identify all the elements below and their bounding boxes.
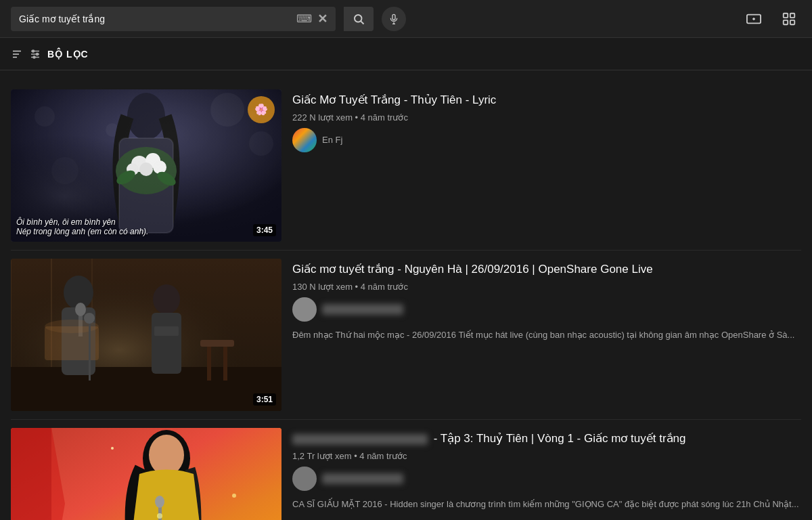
duration-badge-2: 3:51 bbox=[253, 393, 276, 406]
svg-point-24 bbox=[35, 106, 55, 127]
top-bar: Giấc mơ tuyết trắng ⌨ ✕ bbox=[0, 0, 812, 38]
svg-rect-63 bbox=[223, 347, 227, 381]
video-info-1: Giấc Mơ Tuyết Trắng - Thủy Tiên - Lyric … bbox=[292, 89, 801, 152]
svg-rect-65 bbox=[11, 428, 51, 520]
video-meta-2: 130 N lượt xem • 4 năm trước bbox=[292, 282, 801, 292]
filter-label[interactable]: BỘ LỌC bbox=[47, 49, 89, 60]
duration-badge-1: 3:45 bbox=[253, 224, 276, 236]
svg-rect-10 bbox=[784, 20, 788, 24]
svg-point-53 bbox=[75, 303, 86, 316]
svg-point-26 bbox=[106, 123, 119, 137]
svg-point-37 bbox=[153, 160, 166, 174]
svg-point-0 bbox=[355, 15, 362, 22]
channel-name-1[interactable]: En Fj bbox=[322, 135, 342, 145]
svg-point-70 bbox=[111, 447, 114, 450]
svg-point-34 bbox=[145, 153, 160, 168]
thumbnail-image-2 bbox=[11, 259, 281, 411]
svg-rect-62 bbox=[207, 347, 211, 381]
svg-point-40 bbox=[246, 95, 276, 125]
svg-point-32 bbox=[116, 147, 177, 194]
thumbnail-2[interactable]: 3:51 bbox=[11, 259, 281, 411]
mic-button[interactable] bbox=[382, 7, 406, 31]
channel-avatar-3[interactable] bbox=[292, 467, 317, 491]
add-video-icon bbox=[746, 12, 761, 26]
svg-point-17 bbox=[32, 50, 35, 52]
video-desc-3: CA SĨ GIẤU MẶT 2016 - Hidden singer là c… bbox=[292, 498, 801, 511]
search-box: Giấc mơ tuyết trắng ⌨ ✕ bbox=[11, 7, 336, 31]
svg-point-36 bbox=[127, 163, 139, 175]
svg-rect-9 bbox=[790, 13, 794, 17]
channel-name-blurred-2 bbox=[322, 304, 403, 315]
results-area: 🌸 Ôi bình yên, ôi em bình yên Nép trong … bbox=[0, 70, 812, 520]
mic-icon bbox=[388, 14, 399, 24]
svg-point-28 bbox=[51, 157, 78, 184]
search-icon bbox=[353, 13, 365, 25]
svg-rect-8 bbox=[784, 13, 788, 17]
svg-point-39 bbox=[155, 169, 178, 189]
video-desc-2: Đêm nhạc Thứ hai mộc mạc - 26/09/2016 Ti… bbox=[292, 328, 801, 342]
svg-rect-11 bbox=[790, 20, 794, 24]
svg-point-35 bbox=[139, 162, 153, 176]
video-info-3: - Tập 3: Thuỷ Tiên | Vòng 1 - Giấc mơ tu… bbox=[292, 428, 801, 511]
svg-rect-59 bbox=[89, 320, 91, 381]
svg-point-25 bbox=[210, 93, 244, 127]
channel-row-3 bbox=[292, 467, 801, 491]
video-meta-3: 1,2 Tr lượt xem • 4 năm trước bbox=[292, 451, 801, 461]
result-item-2: 3:51 Giấc mơ tuyết trắng - Nguyên Hà | 2… bbox=[11, 251, 801, 420]
svg-point-76 bbox=[155, 496, 164, 508]
channel-avatar-2[interactable] bbox=[292, 297, 317, 322]
svg-rect-61 bbox=[200, 340, 234, 347]
subtitle-text-1: Ôi bình yên, ôi em bình yên Nép trong lò… bbox=[16, 217, 276, 236]
search-query: Giấc mơ tuyết trắng bbox=[19, 14, 291, 24]
video-title-text-3: - Tập 3: Thuỷ Tiên | Vòng 1 - Giấc mơ tu… bbox=[434, 432, 686, 445]
thumbnail-image-3 bbox=[11, 428, 281, 520]
svg-rect-56 bbox=[154, 326, 179, 336]
svg-point-29 bbox=[127, 93, 165, 140]
svg-line-1 bbox=[361, 21, 363, 24]
channel-row-2 bbox=[292, 297, 801, 322]
svg-point-27 bbox=[249, 131, 273, 156]
svg-point-41 bbox=[248, 96, 275, 123]
title-blurred-3 bbox=[292, 434, 428, 445]
grid-menu-button[interactable] bbox=[777, 7, 801, 31]
video-title-1[interactable]: Giấc Mơ Tuyết Trắng - Thủy Tiên - Lyric bbox=[292, 92, 801, 108]
result-item-3: THUỶ TIÊN - Tập 3: Thuỷ Tiên | Vòng 1 - … bbox=[11, 420, 801, 520]
video-title-3[interactable]: - Tập 3: Thuỷ Tiên | Vòng 1 - Giấc mơ tu… bbox=[292, 431, 801, 447]
top-icons bbox=[742, 7, 801, 31]
filter-bar: BỘ LỌC bbox=[0, 38, 812, 70]
svg-point-33 bbox=[131, 156, 148, 172]
grid-icon bbox=[782, 12, 796, 26]
svg-point-74 bbox=[149, 435, 184, 475]
video-title-2[interactable]: Giấc mơ tuyết trắng - Nguyên Hà | 26/09/… bbox=[292, 261, 801, 278]
svg-point-19 bbox=[37, 53, 39, 55]
thumbnail-1[interactable]: 🌸 Ôi bình yên, ôi em bình yên Nép trong … bbox=[11, 89, 281, 242]
channel-row-1: En Fj bbox=[292, 128, 801, 152]
svg-rect-46 bbox=[11, 367, 281, 411]
filter-icon[interactable] bbox=[11, 48, 23, 60]
svg-point-69 bbox=[232, 494, 236, 498]
filter-adjust-icon[interactable] bbox=[28, 48, 42, 60]
result-item-1: 🌸 Ôi bình yên, ôi em bình yên Nép trong … bbox=[11, 81, 801, 251]
thumbnail-3[interactable]: THUỶ TIÊN bbox=[11, 428, 281, 520]
svg-point-60 bbox=[84, 313, 95, 324]
svg-point-54 bbox=[153, 284, 180, 314]
svg-text:🌸: 🌸 bbox=[254, 103, 268, 116]
svg-point-77 bbox=[157, 513, 162, 519]
channel-name-blurred-3 bbox=[322, 473, 403, 484]
svg-point-21 bbox=[33, 56, 35, 58]
svg-rect-2 bbox=[392, 14, 395, 20]
svg-rect-55 bbox=[152, 313, 181, 374]
close-icon[interactable]: ✕ bbox=[317, 12, 328, 26]
video-info-2: Giấc mơ tuyết trắng - Nguyên Hà | 26/09/… bbox=[292, 259, 801, 341]
add-video-button[interactable] bbox=[742, 7, 766, 31]
keyboard-icon[interactable]: ⌨ bbox=[296, 12, 312, 25]
search-button[interactable] bbox=[344, 7, 374, 31]
svg-point-38 bbox=[114, 168, 137, 188]
video-meta-1: 222 N lượt xem • 4 năm trước bbox=[292, 112, 801, 123]
channel-avatar-1[interactable] bbox=[292, 128, 317, 152]
